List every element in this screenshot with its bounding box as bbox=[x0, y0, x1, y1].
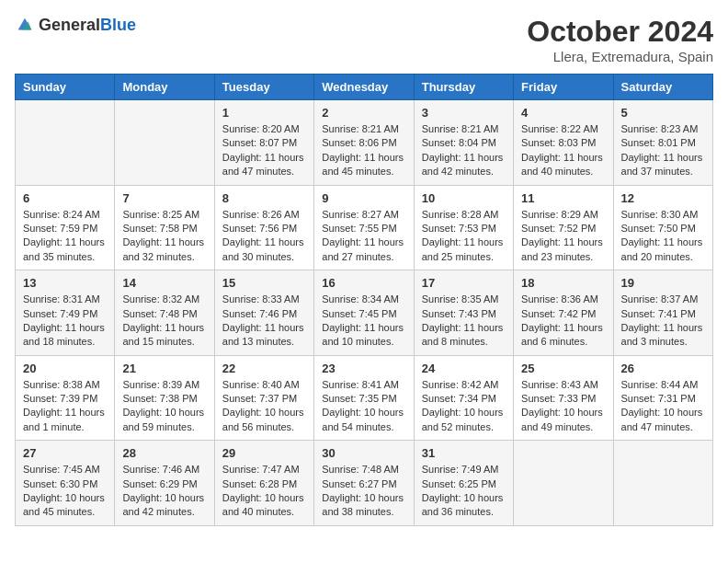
day-number: 25 bbox=[521, 362, 605, 375]
day-info: Sunrise: 8:24 AMSunset: 7:59 PMDaylight:… bbox=[23, 208, 107, 265]
day-number: 31 bbox=[422, 446, 506, 460]
day-cell: 5Sunrise: 8:23 AMSunset: 8:01 PMDaylight… bbox=[613, 100, 712, 186]
day-info: Sunrise: 8:37 AMSunset: 7:41 PMDaylight:… bbox=[621, 293, 705, 350]
day-cell: 22Sunrise: 8:40 AMSunset: 7:37 PMDayligh… bbox=[214, 355, 313, 441]
day-cell: 28Sunrise: 7:46 AMSunset: 6:29 PMDayligh… bbox=[115, 441, 214, 526]
day-info: Sunrise: 8:27 AMSunset: 7:55 PMDaylight:… bbox=[322, 208, 405, 265]
logo: GeneralBlue bbox=[15, 15, 136, 35]
day-info: Sunrise: 8:34 AMSunset: 7:45 PMDaylight:… bbox=[322, 293, 405, 350]
day-cell: 18Sunrise: 8:36 AMSunset: 7:42 PMDayligh… bbox=[514, 270, 613, 356]
day-info: Sunrise: 8:32 AMSunset: 7:48 PMDaylight:… bbox=[122, 293, 206, 350]
day-cell: 23Sunrise: 8:41 AMSunset: 7:35 PMDayligh… bbox=[314, 355, 414, 441]
day-info: Sunrise: 8:36 AMSunset: 7:42 PMDaylight:… bbox=[521, 293, 605, 350]
day-info: Sunrise: 8:28 AMSunset: 7:53 PMDaylight:… bbox=[422, 208, 506, 265]
day-number: 11 bbox=[521, 191, 605, 205]
day-number: 3 bbox=[422, 106, 506, 120]
day-cell: 31Sunrise: 7:49 AMSunset: 6:25 PMDayligh… bbox=[414, 441, 513, 526]
day-info: Sunrise: 8:30 AMSunset: 7:50 PMDaylight:… bbox=[621, 208, 705, 265]
calendar-title: October 2024 bbox=[527, 15, 713, 49]
header-cell-wednesday: Wednesday bbox=[314, 75, 414, 100]
day-number: 7 bbox=[122, 191, 206, 205]
day-cell: 12Sunrise: 8:30 AMSunset: 7:50 PMDayligh… bbox=[613, 185, 712, 270]
day-info: Sunrise: 8:21 AMSunset: 8:04 PMDaylight:… bbox=[422, 122, 506, 179]
title-block: October 2024 Llera, Extremadura, Spain bbox=[527, 15, 713, 64]
day-info: Sunrise: 7:48 AMSunset: 6:27 PMDaylight:… bbox=[322, 463, 405, 520]
day-info: Sunrise: 8:25 AMSunset: 7:58 PMDaylight:… bbox=[122, 208, 206, 265]
calendar-subtitle: Llera, Extremadura, Spain bbox=[527, 49, 713, 64]
day-number: 1 bbox=[222, 106, 306, 120]
day-cell: 8Sunrise: 8:26 AMSunset: 7:56 PMDaylight… bbox=[214, 185, 313, 270]
day-number: 26 bbox=[621, 362, 705, 375]
day-number: 27 bbox=[23, 446, 107, 460]
day-info: Sunrise: 7:47 AMSunset: 6:28 PMDaylight:… bbox=[222, 463, 306, 520]
week-row-1: 1Sunrise: 8:20 AMSunset: 8:07 PMDaylight… bbox=[16, 100, 713, 186]
day-info: Sunrise: 8:43 AMSunset: 7:33 PMDaylight:… bbox=[521, 378, 605, 435]
day-number: 29 bbox=[222, 446, 306, 460]
day-number: 21 bbox=[122, 362, 206, 375]
day-cell: 9Sunrise: 8:27 AMSunset: 7:55 PMDaylight… bbox=[314, 185, 414, 270]
week-row-4: 20Sunrise: 8:38 AMSunset: 7:39 PMDayligh… bbox=[16, 355, 713, 441]
day-info: Sunrise: 7:46 AMSunset: 6:29 PMDaylight:… bbox=[122, 463, 206, 520]
day-cell: 30Sunrise: 7:48 AMSunset: 6:27 PMDayligh… bbox=[314, 441, 414, 526]
header-cell-thursday: Thursday bbox=[414, 75, 513, 100]
day-cell: 7Sunrise: 8:25 AMSunset: 7:58 PMDaylight… bbox=[115, 185, 214, 270]
day-cell: 15Sunrise: 8:33 AMSunset: 7:46 PMDayligh… bbox=[214, 270, 313, 356]
header-row: SundayMondayTuesdayWednesdayThursdayFrid… bbox=[16, 75, 713, 100]
day-cell: 19Sunrise: 8:37 AMSunset: 7:41 PMDayligh… bbox=[613, 270, 712, 356]
day-number: 30 bbox=[322, 446, 405, 460]
day-info: Sunrise: 8:29 AMSunset: 7:52 PMDaylight:… bbox=[521, 208, 605, 265]
calendar-body: 1Sunrise: 8:20 AMSunset: 8:07 PMDaylight… bbox=[16, 100, 713, 526]
day-info: Sunrise: 8:31 AMSunset: 7:49 PMDaylight:… bbox=[23, 293, 107, 350]
day-info: Sunrise: 8:41 AMSunset: 7:35 PMDaylight:… bbox=[322, 378, 405, 435]
day-number: 24 bbox=[422, 362, 506, 375]
header-cell-friday: Friday bbox=[514, 75, 613, 100]
day-info: Sunrise: 8:40 AMSunset: 7:37 PMDaylight:… bbox=[222, 378, 306, 435]
day-number: 22 bbox=[222, 362, 306, 375]
day-number: 9 bbox=[322, 191, 405, 205]
header-cell-monday: Monday bbox=[115, 75, 214, 100]
day-number: 17 bbox=[422, 276, 506, 290]
week-row-5: 27Sunrise: 7:45 AMSunset: 6:30 PMDayligh… bbox=[16, 441, 713, 526]
day-cell: 3Sunrise: 8:21 AMSunset: 8:04 PMDaylight… bbox=[414, 100, 513, 186]
day-cell: 17Sunrise: 8:35 AMSunset: 7:43 PMDayligh… bbox=[414, 270, 513, 356]
day-number: 2 bbox=[322, 106, 405, 120]
day-number: 8 bbox=[222, 191, 306, 205]
day-cell: 2Sunrise: 8:21 AMSunset: 8:06 PMDaylight… bbox=[314, 100, 414, 186]
page-header: GeneralBlue October 2024 Llera, Extremad… bbox=[15, 15, 713, 64]
header-cell-tuesday: Tuesday bbox=[214, 75, 313, 100]
day-info: Sunrise: 8:22 AMSunset: 8:03 PMDaylight:… bbox=[521, 122, 605, 179]
day-info: Sunrise: 8:39 AMSunset: 7:38 PMDaylight:… bbox=[122, 378, 206, 435]
day-cell: 14Sunrise: 8:32 AMSunset: 7:48 PMDayligh… bbox=[115, 270, 214, 356]
day-number: 28 bbox=[122, 446, 206, 460]
day-cell bbox=[16, 100, 115, 186]
day-cell: 21Sunrise: 8:39 AMSunset: 7:38 PMDayligh… bbox=[115, 355, 214, 441]
day-cell: 20Sunrise: 8:38 AMSunset: 7:39 PMDayligh… bbox=[16, 355, 115, 441]
day-info: Sunrise: 7:45 AMSunset: 6:30 PMDaylight:… bbox=[23, 463, 107, 520]
day-number: 4 bbox=[521, 106, 605, 120]
day-number: 15 bbox=[222, 276, 306, 290]
day-cell: 25Sunrise: 8:43 AMSunset: 7:33 PMDayligh… bbox=[514, 355, 613, 441]
day-number: 19 bbox=[621, 276, 705, 290]
day-cell bbox=[514, 441, 613, 526]
day-number: 5 bbox=[621, 106, 705, 120]
calendar-table: SundayMondayTuesdayWednesdayThursdayFrid… bbox=[15, 74, 713, 526]
logo-text: GeneralBlue bbox=[39, 16, 136, 35]
day-number: 14 bbox=[122, 276, 206, 290]
day-number: 18 bbox=[521, 276, 605, 290]
day-cell: 29Sunrise: 7:47 AMSunset: 6:28 PMDayligh… bbox=[214, 441, 313, 526]
day-info: Sunrise: 8:42 AMSunset: 7:34 PMDaylight:… bbox=[422, 378, 506, 435]
day-cell: 26Sunrise: 8:44 AMSunset: 7:31 PMDayligh… bbox=[613, 355, 712, 441]
header-cell-saturday: Saturday bbox=[613, 75, 712, 100]
header-cell-sunday: Sunday bbox=[16, 75, 115, 100]
day-cell: 4Sunrise: 8:22 AMSunset: 8:03 PMDaylight… bbox=[514, 100, 613, 186]
day-info: Sunrise: 8:33 AMSunset: 7:46 PMDaylight:… bbox=[222, 293, 306, 350]
day-number: 6 bbox=[23, 191, 107, 205]
day-info: Sunrise: 8:20 AMSunset: 8:07 PMDaylight:… bbox=[222, 122, 306, 179]
day-cell: 1Sunrise: 8:20 AMSunset: 8:07 PMDaylight… bbox=[214, 100, 313, 186]
day-cell: 16Sunrise: 8:34 AMSunset: 7:45 PMDayligh… bbox=[314, 270, 414, 356]
logo-icon bbox=[15, 15, 35, 35]
day-cell: 6Sunrise: 8:24 AMSunset: 7:59 PMDaylight… bbox=[16, 185, 115, 270]
day-cell: 11Sunrise: 8:29 AMSunset: 7:52 PMDayligh… bbox=[514, 185, 613, 270]
day-info: Sunrise: 7:49 AMSunset: 6:25 PMDaylight:… bbox=[422, 463, 506, 520]
day-cell: 24Sunrise: 8:42 AMSunset: 7:34 PMDayligh… bbox=[414, 355, 513, 441]
